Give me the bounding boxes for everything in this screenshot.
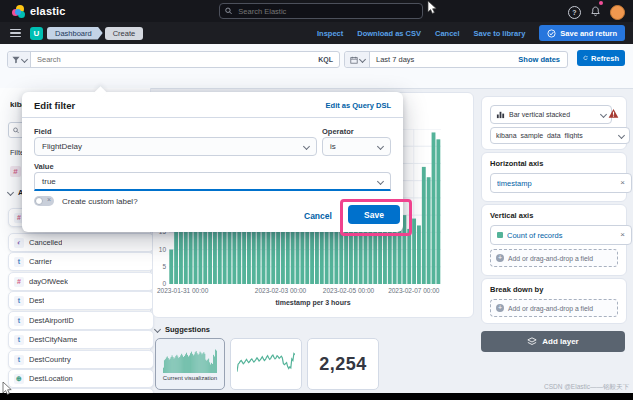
y-tick-label: 5 — [162, 263, 166, 270]
save-and-return-button[interactable]: Save and return — [539, 25, 625, 41]
x-axis-title: timestamp per 3 hours — [153, 299, 473, 306]
field-combobox[interactable]: FlightDelay — [34, 137, 317, 156]
query-bar-strip: KQL Last 7 days Show dates Refresh + Add… — [0, 44, 633, 89]
x-axis-labels: 2023-01-31 00:002023-02-03 00:002023-02-… — [169, 287, 441, 297]
remove-dimension-icon[interactable]: × — [620, 179, 625, 187]
number-field-icon: # — [14, 277, 24, 287]
plus-icon: + — [496, 254, 504, 262]
check-circle-icon — [547, 29, 556, 38]
layer-settings-card: Bar vertical stacked kibana_sample_data_… — [481, 96, 627, 150]
field-type-filter-badge[interactable]: # — [10, 166, 21, 177]
inspect-link[interactable]: Inspect — [317, 29, 343, 38]
toggle-knob — [35, 197, 43, 205]
watermark: CSDN @Elastic——铭毅天下 — [544, 383, 629, 392]
edit-filter-dialog: Edit filter Edit as Query DSL Field Flig… — [22, 92, 403, 232]
field-item-Cancelled[interactable]: ◐Cancelled — [8, 233, 154, 252]
remove-dimension-icon[interactable]: × — [620, 231, 625, 239]
custom-label-toggle[interactable]: × — [34, 196, 54, 206]
bar-chart-icon — [496, 110, 505, 119]
help-icon[interactable]: ? — [568, 6, 581, 19]
bar-thumbnail — [163, 347, 217, 373]
horizontal-axis-label: Horizontal axis — [490, 159, 543, 168]
field-item-DestCityName[interactable]: tDestCityName — [8, 330, 154, 349]
add-field-breakdown[interactable]: + Add or drag-and-drop a field — [490, 299, 618, 317]
custom-label-text: Create custom label? — [62, 197, 138, 206]
field-item-dayOfWeek[interactable]: #dayOfWeek — [8, 272, 154, 291]
suggestion-current[interactable]: Current visualization — [155, 338, 225, 390]
kql-search-input[interactable] — [31, 55, 318, 64]
suggestion-line-chart[interactable] — [230, 338, 302, 390]
string-field-icon: t — [14, 335, 24, 345]
field-name: Dest — [29, 296, 44, 305]
field-name: DestCityName — [29, 335, 77, 344]
dialog-save-button[interactable]: Save — [348, 205, 400, 224]
search-icon — [225, 7, 232, 15]
string-field-icon: t — [14, 355, 24, 365]
add-layer-button[interactable]: Add layer — [481, 331, 625, 352]
geo-field-icon: ⊕ — [14, 374, 24, 384]
cancel-link[interactable]: Cancel — [435, 29, 460, 38]
field-label: Field — [34, 127, 52, 136]
time-range-value[interactable]: Last 7 days — [370, 55, 414, 64]
funnel-icon — [12, 56, 20, 64]
calendar-segment[interactable] — [345, 52, 370, 67]
value-combobox[interactable]: true — [34, 172, 391, 191]
operator-combobox[interactable]: is — [322, 137, 391, 156]
notifications-icon[interactable] — [590, 3, 601, 21]
field-item-DestCountry[interactable]: tDestCountry — [8, 350, 154, 369]
warning-icon[interactable] — [608, 108, 619, 119]
kql-badge: KQL — [318, 56, 339, 63]
download-csv-link[interactable]: Download as CSV — [357, 29, 421, 38]
chevron-down-icon — [377, 143, 384, 150]
string-field-icon: t — [14, 296, 24, 306]
menu-icon[interactable] — [10, 27, 21, 39]
x-tick-label: 2023-02-07 00:00 — [388, 287, 439, 294]
suggestion-metric[interactable]: 2,254 — [307, 338, 379, 390]
breakdown-label: Break down by — [490, 285, 543, 294]
notification-dot — [599, 1, 603, 5]
chevron-down-icon — [618, 132, 625, 139]
edit-as-query-dsl-link[interactable]: Edit as Query DSL — [326, 101, 391, 110]
query-filter-segment[interactable] — [8, 52, 31, 67]
elastic-logo-icon — [12, 5, 25, 18]
field-item-Carrier[interactable]: tCarrier — [8, 252, 154, 271]
suggestion-label: Current visualization — [163, 375, 217, 381]
global-search-input[interactable] — [236, 6, 417, 17]
elastic-brand[interactable]: elastic — [12, 5, 66, 18]
dialog-cancel-link[interactable]: Cancel — [304, 211, 332, 221]
suggestions-header[interactable]: Suggestions — [155, 325, 210, 334]
user-avatar[interactable] — [610, 5, 625, 20]
x-tick-label: 2023-02-05 00:00 — [323, 287, 374, 294]
series-color-swatch — [497, 232, 503, 238]
field-item-Dest[interactable]: tDest — [8, 291, 154, 310]
data-view-select[interactable]: kibana_sample_data_flights — [490, 127, 630, 144]
metric-value: 2,254 — [319, 354, 367, 375]
add-field-vertical[interactable]: + Add or drag-and-drop a field — [490, 249, 618, 267]
chevron-down-icon — [154, 326, 161, 333]
show-dates-link[interactable]: Show dates — [518, 55, 567, 64]
line-thumbnail — [237, 349, 295, 379]
layers-icon — [527, 337, 537, 347]
query-input-wrap[interactable]: KQL — [7, 51, 340, 68]
refresh-icon — [583, 54, 588, 62]
save-to-library-link[interactable]: Save to library — [474, 29, 526, 38]
chart-type-select[interactable]: Bar vertical stacked — [490, 105, 612, 124]
field-item-DestLocation[interactable]: ⊕DestLocation — [8, 369, 154, 388]
breadcrumb-dashboard[interactable]: Dashboard — [47, 27, 103, 40]
bell-icon — [590, 6, 601, 17]
dimension-timestamp[interactable]: timestamp × — [490, 173, 632, 193]
field-name: Cancelled — [29, 238, 62, 247]
dimension-count-of-records[interactable]: Count of records × — [490, 225, 632, 245]
field-name: DestLocation — [29, 374, 73, 383]
field-item-DestAirportID[interactable]: tDestAirportID — [8, 311, 154, 330]
refresh-button[interactable]: Refresh — [577, 50, 625, 66]
chevron-down-icon — [600, 111, 607, 118]
breadcrumb-create: Create — [105, 27, 144, 40]
field-name: DestCountry — [29, 355, 71, 364]
letterbox-strip — [0, 393, 633, 400]
global-search[interactable] — [219, 3, 423, 19]
space-badge[interactable]: U — [30, 27, 43, 40]
plus-icon: + — [496, 304, 504, 312]
time-range-picker[interactable]: Last 7 days Show dates — [344, 51, 568, 68]
value-label: Value — [34, 162, 54, 171]
